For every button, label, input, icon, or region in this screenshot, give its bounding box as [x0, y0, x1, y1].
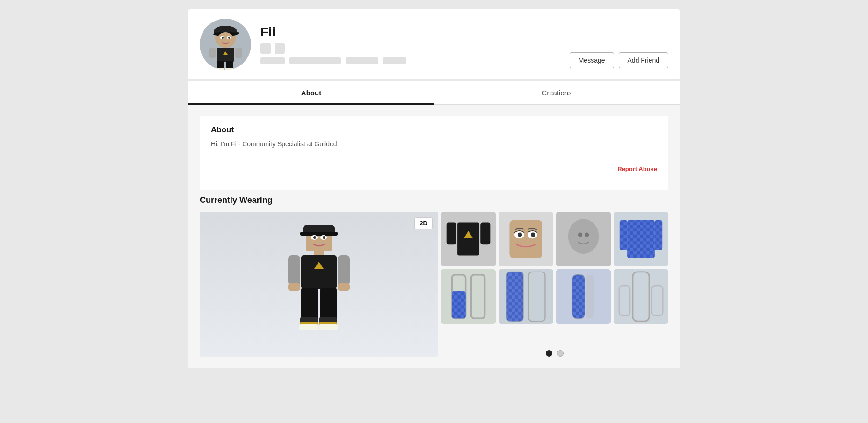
- svg-rect-33: [301, 288, 318, 320]
- skeleton-text-3: [346, 57, 378, 64]
- svg-rect-81: [586, 275, 593, 319]
- svg-rect-27: [301, 255, 337, 289]
- svg-point-24: [313, 236, 316, 239]
- wearing-section: Currently Wearing 2D: [200, 190, 668, 368]
- item-card-5[interactable]: [441, 269, 496, 324]
- svg-rect-44: [447, 222, 456, 244]
- svg-rect-17: [216, 68, 224, 70]
- svg-rect-39: [299, 324, 318, 330]
- svg-rect-45: [480, 222, 490, 244]
- btn-2d[interactable]: 2D: [414, 217, 433, 229]
- currently-wearing-title: Currently Wearing: [200, 195, 668, 205]
- item-card-2[interactable]: [499, 212, 553, 266]
- skeleton-text-2: [289, 57, 341, 64]
- tab-about[interactable]: About: [188, 81, 434, 104]
- svg-rect-71: [452, 291, 465, 319]
- pagination-dots: [441, 345, 668, 357]
- skeleton-icon-1: [260, 43, 271, 54]
- svg-rect-64: [655, 220, 662, 250]
- svg-rect-34: [320, 288, 337, 320]
- svg-point-25: [323, 236, 326, 239]
- svg-point-10: [228, 37, 230, 39]
- profile-name: Fii: [260, 25, 668, 40]
- skeleton-icon-2: [275, 43, 285, 54]
- item-card-3[interactable]: [556, 212, 611, 266]
- svg-rect-42: [457, 222, 479, 255]
- item-card-1[interactable]: [441, 212, 496, 266]
- svg-rect-66: [620, 220, 627, 250]
- svg-rect-76: [507, 272, 523, 321]
- about-body: Hi, I'm Fi - Community Specialist at Gui…: [211, 139, 657, 149]
- svg-rect-30: [338, 255, 350, 286]
- items-grid-wrapper: [441, 212, 668, 357]
- items-grid: [441, 212, 668, 324]
- svg-rect-47: [509, 220, 542, 258]
- item-card-6[interactable]: [499, 269, 553, 324]
- svg-point-6: [217, 32, 234, 47]
- skeleton-text-4: [383, 57, 406, 64]
- item-card-8[interactable]: [614, 269, 668, 324]
- svg-point-9: [222, 37, 224, 39]
- svg-point-54: [578, 232, 582, 237]
- svg-rect-40: [319, 324, 338, 330]
- svg-rect-29: [288, 255, 300, 286]
- svg-rect-21: [300, 232, 338, 236]
- profile-actions: Message Add Friend: [570, 52, 668, 68]
- content-area: About Hi, I'm Fi - Community Specialist …: [188, 105, 680, 368]
- tabs-bar: About Creations: [188, 81, 680, 105]
- svg-rect-80: [572, 275, 585, 319]
- dot-2[interactable]: [557, 350, 564, 357]
- wearing-container: 2D: [200, 212, 668, 357]
- svg-point-50: [518, 232, 522, 237]
- svg-point-55: [585, 232, 589, 237]
- avatar: [200, 19, 251, 70]
- svg-point-53: [568, 219, 599, 254]
- svg-point-51: [531, 232, 535, 237]
- avatar-figure: [282, 223, 356, 345]
- svg-rect-67: [441, 269, 496, 324]
- divider: [211, 157, 657, 157]
- svg-rect-26: [314, 251, 324, 255]
- svg-rect-13: [209, 48, 216, 58]
- item-card-4[interactable]: [614, 212, 668, 266]
- about-title: About: [211, 125, 657, 135]
- svg-rect-18: [225, 68, 233, 70]
- item-card-7[interactable]: [556, 269, 611, 324]
- profile-card: Fii Message Add Friend: [188, 9, 680, 79]
- avatar-display: 2D: [200, 212, 438, 357]
- svg-rect-58: [627, 220, 655, 258]
- message-button[interactable]: Message: [570, 52, 614, 68]
- report-row: Report Abuse: [211, 165, 657, 179]
- dot-1[interactable]: [546, 350, 552, 357]
- svg-rect-31: [288, 283, 300, 291]
- page-wrapper: Fii Message Add Friend About Creations: [188, 0, 680, 377]
- report-abuse-link[interactable]: Report Abuse: [617, 165, 657, 172]
- about-section: About Hi, I'm Fi - Community Specialist …: [200, 116, 668, 190]
- tab-creations[interactable]: Creations: [434, 81, 680, 104]
- svg-rect-14: [235, 48, 242, 58]
- svg-rect-32: [338, 283, 350, 291]
- skeleton-text-1: [260, 57, 285, 64]
- add-friend-button[interactable]: Add Friend: [619, 52, 668, 68]
